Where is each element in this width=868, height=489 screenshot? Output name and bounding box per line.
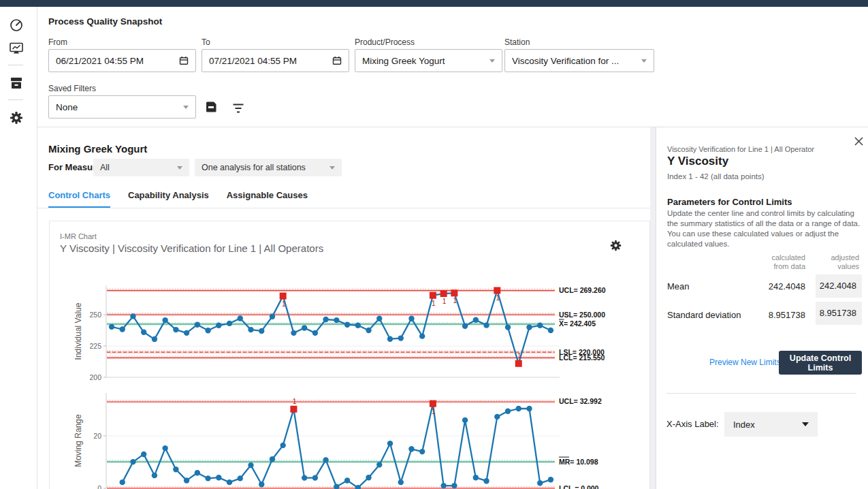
dropdown-caret-icon (177, 166, 182, 170)
top-bar (0, 0, 868, 7)
to-date-input[interactable] (209, 56, 332, 66)
measure-value: All (100, 163, 110, 172)
panel-subtitle: Viscosity Verification for Line 1 | All … (667, 145, 814, 153)
update-control-limits-button[interactable]: Update Control Limits (779, 351, 862, 375)
svg-text:UCL= 269.260: UCL= 269.260 (559, 286, 606, 294)
svg-text:1: 1 (432, 300, 436, 307)
svg-text:USL= 250.000: USL= 250.000 (559, 311, 605, 319)
to-date-field[interactable] (202, 49, 349, 72)
svg-text:1: 1 (517, 352, 521, 360)
control-limits-panel: Viscosity Verification for Line 1 | All … (656, 127, 868, 489)
svg-text:1: 1 (293, 398, 297, 405)
from-label: From (48, 37, 67, 47)
panel-description: Update the center line and control limit… (667, 208, 863, 249)
svg-text:200: 200 (89, 373, 101, 381)
imr-chart-svg: 250225200UCL= 269.260USL= 250.000X= 242.… (50, 221, 651, 489)
mean-label: Mean (667, 281, 690, 291)
svg-text:Individual Value: Individual Value (74, 302, 83, 360)
svg-text:1: 1 (432, 408, 436, 415)
xaxis-value: Index (733, 420, 755, 430)
stdev-calculated-value: 8.951738 (769, 310, 805, 320)
col-header-adjusted: adjusted values (818, 253, 859, 271)
svg-text:20: 20 (93, 432, 101, 440)
from-date-input[interactable] (56, 56, 179, 66)
measure-select[interactable]: All (93, 159, 189, 176)
product-value: Mixing Greek Yogurt (362, 56, 445, 66)
svg-text:250: 250 (89, 311, 101, 319)
main-content: Mixing Greek Yogurt For Measure: All One… (37, 127, 650, 489)
analysis-select[interactable]: One analysis for all stations (195, 159, 342, 176)
svg-text:X= 242.405: X= 242.405 (559, 319, 596, 328)
sidebar-divider (8, 65, 23, 65)
dropdown-caret-icon (802, 422, 809, 426)
panel-section-heading: Parameters for Control Limits (667, 197, 792, 207)
svg-text:0: 0 (97, 484, 101, 489)
from-date-field[interactable] (48, 49, 196, 72)
section-title: Mixing Greek Yogurt (48, 143, 147, 155)
dropdown-caret-icon (183, 106, 189, 109)
saved-filters-value: None (56, 102, 78, 112)
xaxis-select[interactable]: Index (724, 412, 818, 437)
col-header-calculated: calculated from data (758, 253, 805, 271)
product-select[interactable]: Mixing Greek Yogurt (355, 49, 502, 72)
analysis-value: One analysis for all stations (202, 163, 306, 172)
app-root: Process Quality Snapshot From To (0, 0, 868, 489)
calendar-icon[interactable] (332, 56, 342, 65)
mean-calculated-value: 242.4048 (769, 281, 805, 291)
product-label: Product/Process (355, 37, 415, 47)
stdev-adjusted-input[interactable]: 8.951738 (816, 302, 862, 325)
station-label: Station (504, 37, 530, 47)
svg-text:UCL= 32.992: UCL= 32.992 (559, 397, 602, 405)
svg-text:225: 225 (89, 342, 101, 350)
settings-gear-icon[interactable] (9, 110, 24, 125)
saved-filters-label: Saved Filters (48, 84, 96, 93)
panel-title: Y Viscosity (667, 155, 728, 168)
close-icon[interactable] (854, 136, 865, 147)
panel-divider (666, 393, 856, 394)
data-archive-icon[interactable] (9, 76, 24, 91)
tab-assignable-causes[interactable]: Assignable Causes (227, 190, 308, 208)
svg-text:1: 1 (496, 294, 500, 302)
svg-text:1: 1 (282, 300, 286, 308)
panel-gap (650, 127, 656, 489)
filter-lines-icon[interactable] (231, 103, 245, 114)
filter-header: Process Quality Snapshot From To (37, 7, 868, 127)
svg-text:1: 1 (443, 298, 447, 305)
tab-control-charts[interactable]: Control Charts (48, 190, 110, 208)
mean-adjusted-input[interactable]: 242.4048 (816, 274, 862, 298)
page-title: Process Quality Snapshot (48, 16, 162, 27)
svg-text:MR= 10.098: MR= 10.098 (559, 458, 598, 466)
save-filter-icon[interactable] (205, 101, 217, 113)
dropdown-caret-icon (329, 166, 335, 170)
tab-bar: Control Charts Capability Analysis Assig… (48, 190, 308, 208)
stdev-label: Standard deviation (667, 310, 741, 320)
station-select[interactable]: Viscosity Verification for ... (504, 49, 654, 72)
panel-index-range: Index 1 - 42 (all data points) (667, 172, 765, 180)
svg-text:Moving Range: Moving Range (74, 414, 83, 467)
xaxis-label: X-Axis Label: (666, 419, 719, 429)
svg-text:LCL= 215.550: LCL= 215.550 (559, 353, 605, 362)
sidebar-divider (8, 99, 23, 100)
preview-new-limits-link[interactable]: Preview New Limits (709, 358, 781, 367)
calendar-icon[interactable] (179, 56, 189, 65)
to-label: To (202, 37, 210, 47)
dropdown-caret-icon (489, 59, 495, 63)
imr-chart-card: I-MR Chart Y Viscosity | Viscosity Verif… (49, 221, 650, 489)
gauge-dashboard-icon[interactable] (9, 18, 24, 33)
tab-capability-analysis[interactable]: Capability Analysis (128, 190, 209, 208)
sidebar (0, 7, 37, 489)
station-value: Viscosity Verification for ... (512, 56, 619, 66)
dropdown-caret-icon (641, 59, 647, 63)
charts-monitor-icon[interactable] (9, 41, 24, 56)
saved-filters-select[interactable]: None (48, 95, 196, 119)
svg-text:1: 1 (453, 297, 457, 304)
tab-divider (37, 208, 650, 208)
svg-text:LCL = 0.000: LCL = 0.000 (559, 484, 599, 489)
